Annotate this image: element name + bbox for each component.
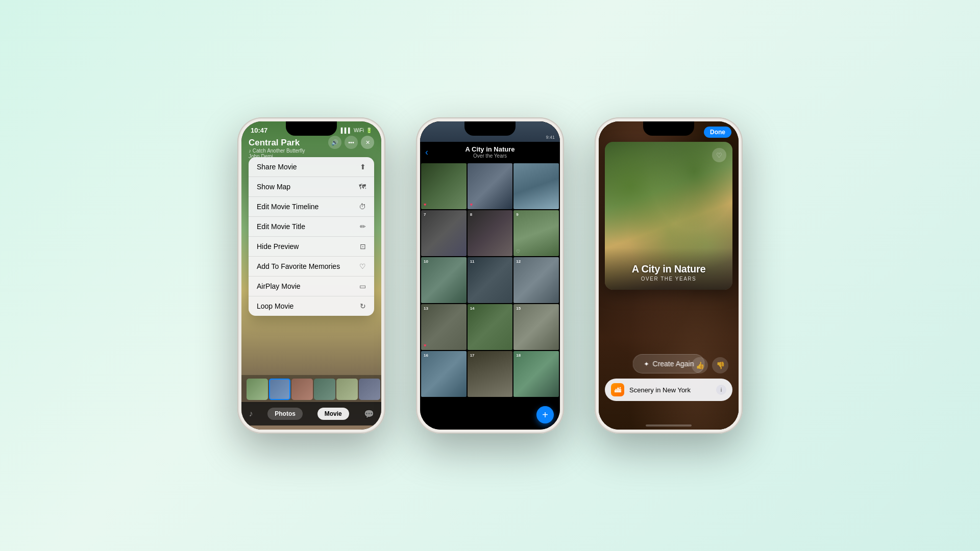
menu-item-map[interactable]: Show Map 🗺 <box>249 177 374 197</box>
close-control-btn[interactable]: ✕ <box>361 136 374 149</box>
thumb-3[interactable] <box>291 379 313 400</box>
phone2-photo-grid: 9:41 ‹ A City in Nature Over the Years ♥ <box>416 117 564 434</box>
signal-icon: ▌▌▌ <box>341 128 352 133</box>
heart-icon-2: ♥ <box>470 202 473 207</box>
grid-cell-6[interactable]: 9 ♡ <box>513 210 559 256</box>
menu-item-edit-timeline[interactable]: Edit Movie Timeline ⏱ <box>249 197 374 217</box>
airplay-icon: ▭ <box>359 282 366 290</box>
grid-cell-8[interactable]: 11 <box>468 257 513 303</box>
edit-title-label: Edit Movie Title <box>257 222 305 231</box>
movie-tab[interactable]: Movie <box>317 408 349 420</box>
movie-tab-label: Movie <box>317 408 349 420</box>
scenery-pill[interactable]: 🏙 Scenery in New York i <box>605 379 732 401</box>
grid-cell-10[interactable]: 13 ♥ <box>421 304 467 350</box>
cell-num-5: 8 <box>470 212 472 217</box>
grid-cell-13[interactable]: 16 <box>421 351 467 397</box>
scenery-label: Scenery in New York <box>629 386 711 394</box>
cell-num-14: 17 <box>470 353 475 358</box>
status-icons: ▌▌▌ WiFi 🔋 <box>341 128 372 133</box>
cell-num-12: 15 <box>516 306 521 311</box>
thumb-5[interactable] <box>336 379 358 400</box>
favorite-heart-btn[interactable]: ♡ <box>712 148 726 162</box>
menu-item-share[interactable]: Share Movie ⬆ <box>249 157 374 177</box>
create-again-label: Create Again <box>653 360 694 368</box>
cell-num-13: 16 <box>424 353 428 358</box>
album-subtitle: Over the Years <box>465 153 514 159</box>
p2-status-text: 9:41 <box>546 135 555 140</box>
heart-icon-6: ♡ <box>516 249 520 254</box>
photos-tab[interactable]: Photos <box>267 408 303 420</box>
menu-item-airplay[interactable]: AirPlay Movie ▭ <box>249 277 374 296</box>
thumb-2-selected[interactable] <box>269 379 290 400</box>
show-map-label: Show Map <box>257 183 290 191</box>
home-indicator-3 <box>646 424 692 427</box>
menu-item-loop[interactable]: Loop Movie ↻ <box>249 296 374 316</box>
scenery-app-icon: 🏙 <box>611 383 624 396</box>
cell-num-7: 10 <box>424 259 428 264</box>
nav-title-block: A City in Nature Over the Years <box>465 145 514 159</box>
airplay-label: AirPlay Movie <box>257 282 301 290</box>
thumbs-down-icon: 👎 <box>716 361 725 369</box>
thumbs-up-btn[interactable]: 👍 <box>692 357 708 373</box>
heart-icon-1: ♥ <box>424 202 426 207</box>
edit-icon: ✏ <box>360 222 366 231</box>
back-button[interactable]: ‹ <box>425 147 428 158</box>
thumbnail-strip <box>241 375 381 403</box>
album-title: A City in Nature <box>465 145 514 153</box>
grid-cell-11[interactable]: 14 <box>468 304 513 350</box>
grid-cell-5[interactable]: 8 <box>468 210 513 256</box>
heart-icon: ♡ <box>359 262 366 270</box>
grid-cell-15[interactable]: 18 <box>513 351 559 397</box>
grid-cell-4[interactable]: 7 <box>421 210 467 256</box>
cell-num-4: 7 <box>424 212 426 217</box>
heart-icon-10: ♥ <box>424 343 426 348</box>
menu-item-favorite[interactable]: Add To Favorite Memories ♡ <box>249 257 374 277</box>
grid-cell-12[interactable]: 15 <box>513 304 559 350</box>
thumb-4[interactable] <box>314 379 335 400</box>
favorite-label: Add To Favorite Memories <box>257 262 340 270</box>
info-icon[interactable]: i <box>716 385 726 395</box>
cell-num-15: 18 <box>516 353 521 358</box>
grid-cell-2[interactable]: ♥ <box>468 163 513 209</box>
battery-icon: 🔋 <box>366 128 372 133</box>
thumb-6[interactable] <box>359 379 380 400</box>
loop-label: Loop Movie <box>257 302 293 310</box>
share-icon: ⬆ <box>360 163 366 171</box>
thumbs-group: 👍 👎 <box>692 357 728 373</box>
menu-item-edit-title[interactable]: Edit Movie Title ✏ <box>249 217 374 237</box>
audio-control-btn[interactable]: 🔊 <box>328 136 341 149</box>
grid-cell-3[interactable] <box>513 163 559 209</box>
chat-icon: 💬 <box>364 409 374 419</box>
thumbs-up-icon: 👍 <box>696 361 704 369</box>
menu-item-hide-preview[interactable]: Hide Preview ⊡ <box>249 237 374 257</box>
music-icon: ♪ <box>249 148 253 154</box>
grid-cell-7[interactable]: 10 <box>421 257 467 303</box>
bottom-bar: ♪ Photos Movie 💬 <box>241 402 381 425</box>
chat-tab[interactable]: 💬 <box>364 409 374 419</box>
memory-sub-title: OVER THE YEARS <box>613 276 724 282</box>
cell-num-9: 12 <box>516 259 521 264</box>
cell-num-10: 13 <box>424 306 428 311</box>
grid-cell-14[interactable]: 17 <box>468 351 513 397</box>
done-button[interactable]: Done <box>704 127 731 138</box>
cell-num-6: 9 <box>516 212 518 217</box>
thumbs-down-btn[interactable]: 👎 <box>712 357 728 373</box>
more-control-btn[interactable]: ••• <box>345 136 358 149</box>
phone3-status-bar: Done <box>599 121 739 141</box>
grid-cell-1[interactable]: ♥ <box>421 163 467 209</box>
hide-icon: ⊡ <box>360 242 366 251</box>
cell-num-11: 14 <box>470 306 475 311</box>
thumb-1[interactable] <box>247 379 268 400</box>
memory-image: ♡ A City in Nature OVER THE YEARS <box>605 142 732 290</box>
photo-grid: ♥ ♥ 7 8 9 <box>420 162 560 430</box>
music-tab[interactable]: ♪ <box>249 409 253 418</box>
status-time: 10:47 <box>251 127 267 134</box>
wifi-icon: WiFi <box>354 128 364 133</box>
grid-cell-9[interactable]: 12 <box>513 257 559 303</box>
loop-icon: ↻ <box>360 302 366 310</box>
add-photo-button[interactable]: + <box>536 406 554 423</box>
info-symbol: i <box>720 387 722 393</box>
notch <box>286 121 337 136</box>
sparkle-icon: ✦ <box>644 360 649 368</box>
share-movie-label: Share Movie <box>257 163 297 171</box>
